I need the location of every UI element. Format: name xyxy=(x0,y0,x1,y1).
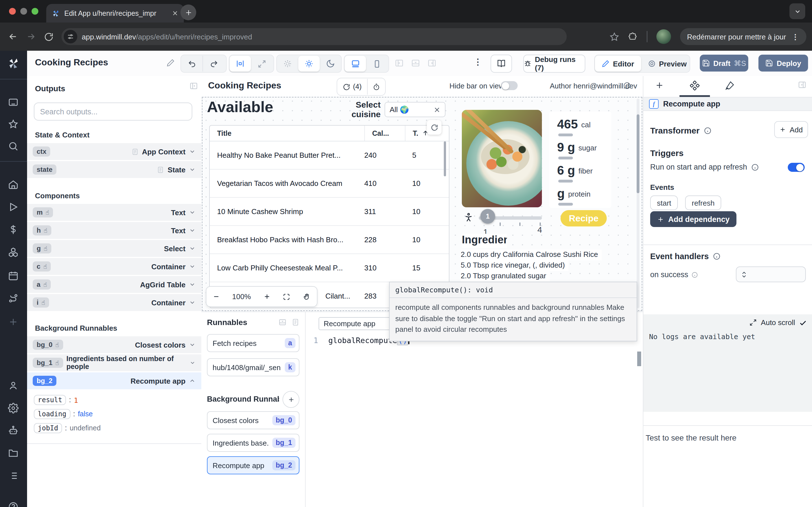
canvas-scrollbar-thumb[interactable] xyxy=(637,114,640,193)
new-tab-button[interactable] xyxy=(181,4,196,20)
table-row[interactable]: Healthy No Bake Peanut Butter Pret...240… xyxy=(210,142,449,170)
debug-runs-button[interactable]: Debug runs (7) xyxy=(523,55,585,73)
fullwidth-layout-button[interactable] xyxy=(251,56,272,71)
bookmark-star-icon[interactable] xyxy=(610,32,619,41)
chevron-down-icon[interactable] xyxy=(189,166,196,173)
cuisine-select[interactable]: All 🌍 xyxy=(385,102,446,117)
centered-layout-button[interactable] xyxy=(230,56,251,71)
panel-left-toggle-icon[interactable] xyxy=(395,59,404,68)
add-dependency-button[interactable]: Add dependency xyxy=(650,211,737,227)
deploy-button[interactable]: Deploy xyxy=(758,55,808,71)
draft-button[interactable]: Draft ⌘S xyxy=(700,55,748,71)
favorites-star-icon[interactable] xyxy=(8,119,18,129)
panel-right-toggle-icon[interactable] xyxy=(427,59,437,68)
mobile-view-icon[interactable] xyxy=(366,56,388,71)
table-row[interactable]: Breakfast Hobo Packs with Hash Bro...228… xyxy=(210,226,449,254)
collapse-panel-icon[interactable] xyxy=(190,82,198,90)
undo-button[interactable] xyxy=(181,56,202,71)
doc-icon[interactable] xyxy=(292,318,299,326)
chevron-up-icon[interactable] xyxy=(189,378,196,384)
json-loading-line[interactable]: loading:false xyxy=(34,409,101,419)
chevron-down-icon[interactable] xyxy=(189,341,196,348)
event-chip-refresh[interactable]: refresh xyxy=(685,195,721,210)
col-title[interactable]: Title xyxy=(210,126,364,141)
collapse-panel-icon[interactable] xyxy=(278,318,287,326)
chevron-down-icon[interactable] xyxy=(189,281,196,288)
bg-row-0[interactable]: bg_0☝Closest colors xyxy=(27,336,201,353)
canvas-scrollbar-track[interactable] xyxy=(637,99,640,308)
browser-menu-icon[interactable]: ⋮ xyxy=(792,33,800,41)
chevron-down-icon[interactable] xyxy=(190,359,196,366)
schedule-refresh-button[interactable] xyxy=(368,83,386,91)
pan-hand-icon[interactable] xyxy=(303,293,311,300)
url-field[interactable]: app.windmill.dev/apps/edit/u/henri/recip… xyxy=(61,28,567,45)
zoom-in-icon[interactable] xyxy=(263,293,270,300)
hide-bar-toggle[interactable] xyxy=(501,81,518,90)
component-row-m[interactable]: m☝Text xyxy=(27,204,201,221)
panel-bottom-toggle-icon[interactable] xyxy=(411,59,420,68)
maximize-window-button[interactable] xyxy=(32,8,38,15)
add-bg-runnable-button[interactable] xyxy=(283,391,299,408)
settings-gear-icon[interactable] xyxy=(8,403,18,413)
tab-close-icon[interactable] xyxy=(172,10,178,16)
runnable-fetch-recipes[interactable]: Fetch recipesa xyxy=(207,334,299,352)
recipes-table[interactable]: Title Cal... T. Healthy No Bake Peanut B… xyxy=(209,125,449,308)
add-transformer-button[interactable]: Add xyxy=(774,121,808,138)
zoom-out-icon[interactable] xyxy=(213,293,220,300)
info-icon[interactable] xyxy=(751,163,759,171)
output-row-state[interactable]: state State xyxy=(27,161,201,178)
clear-x-icon[interactable] xyxy=(434,106,441,113)
table-scrollbar[interactable] xyxy=(444,142,446,176)
component-row-g[interactable]: g☝Select xyxy=(27,240,201,257)
component-row-h[interactable]: h☝Text xyxy=(27,222,201,239)
info-icon[interactable] xyxy=(713,252,721,260)
on-success-select[interactable] xyxy=(736,267,806,282)
bg-row-2-selected[interactable]: bg_2Recompute app xyxy=(27,372,201,389)
add-plus-icon[interactable] xyxy=(8,317,18,327)
folders-icon[interactable] xyxy=(8,448,18,459)
logs-list-icon[interactable] xyxy=(8,470,18,481)
variables-dollar-icon[interactable] xyxy=(8,224,18,235)
runnable-gmail[interactable]: hub/1408/gmail/_sen...k xyxy=(207,358,299,376)
fit-view-icon[interactable] xyxy=(283,293,291,300)
theme-light-sun-icon[interactable] xyxy=(298,56,320,71)
chevron-down-icon[interactable] xyxy=(189,209,196,216)
refresh-app-button[interactable]: (4) xyxy=(337,83,367,91)
editor-scrollbar-thumb[interactable] xyxy=(637,351,641,366)
component-row-c[interactable]: c☝Container xyxy=(27,258,201,275)
bg-runnable-recompute-selected[interactable]: Recompute appbg_2 xyxy=(207,456,299,474)
workers-bot-icon[interactable] xyxy=(8,425,18,436)
col-calories[interactable]: Cal... xyxy=(364,126,405,141)
redo-button[interactable] xyxy=(203,56,224,71)
table-row[interactable]: Low Carb Philly Cheesesteak Meal P...310… xyxy=(210,254,449,282)
info-icon[interactable] xyxy=(703,126,711,134)
json-jobid-line[interactable]: jobId:undefined xyxy=(34,423,101,433)
chevron-down-icon[interactable] xyxy=(189,227,196,234)
expand-logs-icon[interactable] xyxy=(750,319,757,326)
table-refresh-button[interactable] xyxy=(427,120,442,135)
close-window-button[interactable] xyxy=(9,8,16,15)
resources-boxes-icon[interactable] xyxy=(8,247,18,258)
info-icon[interactable] xyxy=(691,271,698,278)
back-icon[interactable] xyxy=(8,32,18,42)
edit-title-pencil-icon[interactable] xyxy=(166,59,175,67)
component-row-i[interactable]: i☝Container xyxy=(27,294,201,311)
bg-runnable-ingredients[interactable]: Ingredients base...bg_1 xyxy=(207,434,299,452)
output-row-ctx[interactable]: ctx App Context xyxy=(27,143,201,160)
styling-brush-tab[interactable] xyxy=(725,80,735,91)
collapse-right-panel-icon[interactable] xyxy=(798,80,806,89)
flows-route-icon[interactable] xyxy=(8,293,18,304)
runs-play-icon[interactable] xyxy=(8,202,18,212)
table-row[interactable]: Vegetarian Tacos with Avocado Cream41010 xyxy=(210,170,449,198)
chevron-down-icon[interactable] xyxy=(189,263,196,270)
event-chip-start[interactable]: start xyxy=(650,195,678,210)
users-icon[interactable] xyxy=(8,380,18,391)
theme-dark-moon-icon[interactable] xyxy=(320,56,341,71)
component-row-a[interactable]: a☝AgGrid Table xyxy=(27,276,201,293)
schedules-calendar-icon[interactable] xyxy=(8,270,18,281)
help-icon[interactable] xyxy=(8,501,18,507)
forward-icon[interactable] xyxy=(26,32,36,42)
settings-components-tab[interactable] xyxy=(690,80,700,91)
info-icon[interactable] xyxy=(623,82,631,90)
json-result-line[interactable]: result:1 xyxy=(34,395,101,405)
